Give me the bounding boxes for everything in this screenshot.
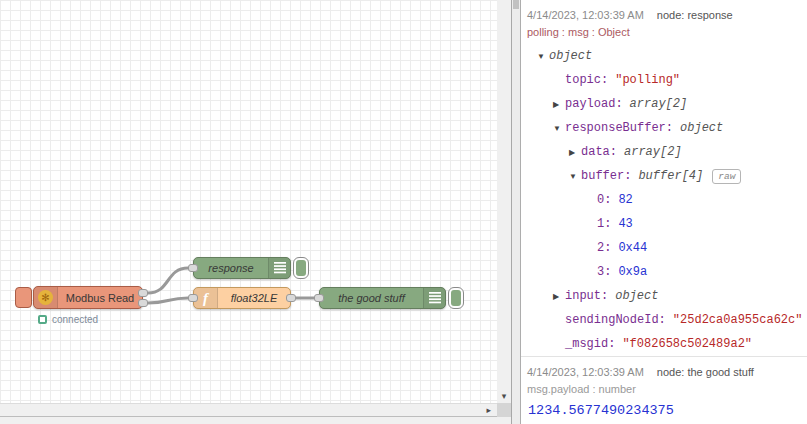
canvas-vertical-scrollbar[interactable]: ▾ <box>497 0 511 403</box>
tree-value: "f082658c502489a2" <box>622 337 752 351</box>
tree-value: "25d2ca0a955ca62c" <box>673 313 803 327</box>
status-ring-icon <box>38 315 47 324</box>
scroll-down-icon[interactable]: ▾ <box>497 391 511 401</box>
tree-row: ▶ data: array[2] <box>521 140 807 164</box>
timestamp: 4/14/2023, 12:03:39 AM <box>527 366 644 378</box>
tree-value: 0x9a <box>618 265 647 279</box>
tree-key: 1: <box>597 217 611 231</box>
debug-message-meta: 4/14/2023, 12:03:39 AM node: response <box>521 0 807 22</box>
tree-row: topic: "polling" <box>521 68 807 92</box>
float32le-output-port[interactable] <box>286 294 296 302</box>
payload-number-value: 1234.5677490234375 <box>521 399 807 424</box>
tree-row: ▼ object <box>521 44 807 68</box>
sidebar-scrollbar-thumb[interactable] <box>513 0 519 9</box>
tree-key: 3: <box>597 265 611 279</box>
tree-value: array[2] <box>624 145 682 159</box>
tree-value: object <box>615 289 658 303</box>
debug-icon <box>423 288 445 308</box>
tree-value: object <box>680 121 723 135</box>
tree-row: ▶ payload: array[2] <box>521 92 807 116</box>
tree-key: _msgid: <box>565 337 615 351</box>
float32le-input-port[interactable] <box>188 294 198 302</box>
goodstuff-input-port[interactable] <box>314 294 324 302</box>
tree-value: "polling" <box>615 73 680 87</box>
message-subject: polling : msg : Object <box>521 22 807 42</box>
source-node-label: node: the good stuff <box>657 366 754 378</box>
raw-toggle-button[interactable]: raw <box>712 169 741 184</box>
debug-message-meta: 4/14/2023, 12:03:39 AM node: the good st… <box>521 357 807 379</box>
debug-message: 4/14/2023, 12:03:39 AM node: the good st… <box>521 356 807 424</box>
debug-sidebar: 4/14/2023, 12:03:39 AM node: response po… <box>521 0 807 424</box>
tree-key: topic: <box>565 73 608 87</box>
tree-value: 82 <box>618 193 632 207</box>
tree-value: buffer[4] <box>638 169 703 183</box>
tree-row: 1: 43 <box>521 212 807 236</box>
function-f-glyph: f <box>203 290 208 307</box>
node-label: response <box>194 258 268 278</box>
scrollbar-corner <box>497 403 511 417</box>
debug-message: 4/14/2023, 12:03:39 AM node: response po… <box>521 0 807 356</box>
sidebar-scrollbar[interactable] <box>512 0 520 424</box>
response-enable-toggle[interactable] <box>293 257 309 279</box>
flow-canvas[interactable]: ✻ Modbus Read connected response f float… <box>0 0 497 403</box>
modbus-output-port-1[interactable] <box>138 289 148 297</box>
collapse-arrow-icon[interactable]: ▼ <box>553 124 565 133</box>
tree-value: array[2] <box>630 97 688 111</box>
expand-arrow-icon[interactable]: ▶ <box>553 100 565 109</box>
tree-key: sendingNodeId: <box>565 313 666 327</box>
modbus-trigger-button[interactable] <box>15 287 32 308</box>
expand-arrow-icon[interactable]: ▶ <box>569 148 581 157</box>
tree-key: input: <box>565 289 608 303</box>
debug-icon <box>268 258 290 278</box>
toggle-fill <box>451 290 461 306</box>
tree-key: data: <box>581 145 617 159</box>
tree-key: 0: <box>597 193 611 207</box>
node-modbus-read[interactable]: ✻ Modbus Read <box>33 286 143 309</box>
node-function-float32le[interactable]: f float32LE <box>193 287 291 309</box>
object-tree: ▼ object topic: "polling" ▶ payload: arr… <box>521 42 807 356</box>
tree-key: responseBuffer: <box>565 121 673 135</box>
collapse-arrow-icon[interactable]: ▼ <box>537 52 549 61</box>
wire-modbus-to-float32le[interactable] <box>148 298 188 303</box>
node-debug-good-stuff[interactable]: the good stuff <box>319 287 446 309</box>
goodstuff-enable-toggle[interactable] <box>448 287 464 309</box>
modbus-status: connected <box>38 314 98 325</box>
modbus-flower-icon: ✻ <box>38 290 53 305</box>
tree-key: 2: <box>597 241 611 255</box>
tree-row: sendingNodeId: "25d2ca0a955ca62c" <box>521 308 807 332</box>
tree-row: ▼ buffer: buffer[4] raw <box>521 164 807 188</box>
node-label: float32LE <box>218 288 290 308</box>
canvas-horizontal-scrollbar[interactable]: ▸ <box>0 403 497 417</box>
response-input-port[interactable] <box>188 264 198 272</box>
toggle-fill <box>296 260 306 276</box>
tree-row: _msgid: "f082658c502489a2" <box>521 332 807 356</box>
tree-key: buffer: <box>581 169 631 183</box>
status-label: connected <box>52 314 98 325</box>
collapse-arrow-icon[interactable]: ▼ <box>569 172 581 181</box>
node-label: Modbus Read <box>58 287 142 308</box>
scroll-right-icon[interactable]: ▸ <box>486 404 491 417</box>
expand-arrow-icon[interactable]: ▶ <box>553 292 565 301</box>
node-debug-response[interactable]: response <box>193 257 291 279</box>
tree-key: payload: <box>565 97 623 111</box>
tree-value: 0x44 <box>618 241 647 255</box>
modbus-output-port-2[interactable] <box>138 299 148 307</box>
tree-value: object <box>549 49 592 63</box>
timestamp: 4/14/2023, 12:03:39 AM <box>527 9 644 21</box>
message-subject: msg.payload : number <box>521 379 807 399</box>
tree-value: 43 <box>618 217 632 231</box>
tree-row: 3: 0x9a <box>521 260 807 284</box>
node-red-window: ✻ Modbus Read connected response f float… <box>0 0 807 424</box>
tree-row: ▶ input: object <box>521 284 807 308</box>
tree-row: 2: 0x44 <box>521 236 807 260</box>
tree-row: ▼ responseBuffer: object <box>521 116 807 140</box>
node-label: the good stuff <box>320 288 423 308</box>
source-node-label: node: response <box>657 9 733 21</box>
tree-row: 0: 82 <box>521 188 807 212</box>
wire-modbus-to-response[interactable] <box>148 268 188 293</box>
wires-layer <box>0 0 497 403</box>
modbus-icon-region: ✻ <box>34 287 58 308</box>
